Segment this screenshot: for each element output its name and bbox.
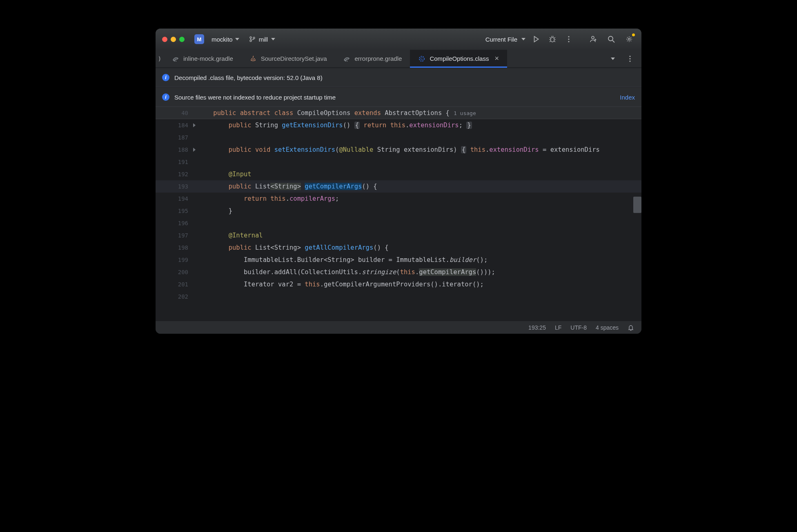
code-line[interactable]: 191 [156,156,641,168]
code-text: ImmutableList.Builder<String> builder = … [196,256,488,264]
line-separator[interactable]: LF [555,324,561,331]
code-with-me-button[interactable] [588,33,599,45]
minimize-window-button[interactable] [171,37,176,42]
indent-settings[interactable]: 4 spaces [596,324,619,331]
svg-point-4 [568,36,569,37]
run-button[interactable] [530,33,542,45]
titlebar: M mockito mill Current File [156,29,641,50]
code-line[interactable]: 198 public List<String> getAllCompilerAr… [156,242,641,254]
tab-label: SourceDirectorySet.java [261,55,327,62]
usages-inlay[interactable]: 1 usage [450,110,476,116]
code-text: public List<String> getCompilerArgs() { [196,183,377,190]
code-line[interactable]: 201 Iterator var2 = this.getCompilerArgu… [156,278,641,290]
search-button[interactable] [606,33,617,45]
chevron-down-icon [271,38,275,40]
svg-point-5 [568,38,569,40]
run-config-selector[interactable]: Current File [485,36,525,43]
code-text: builder.addAll(CollectionUtils.stringize… [196,268,495,276]
project-name-label: mockito [211,36,233,43]
close-window-button[interactable] [162,37,167,42]
line-number: 40 [156,110,196,116]
tool-window-stripe-button[interactable]: ) [156,50,164,67]
line-number: 188 [156,146,196,153]
code-line[interactable]: 199 ImmutableList.Builder<String> builde… [156,254,641,266]
line-number: 197 [156,232,196,239]
info-icon: i [162,74,169,81]
maximize-window-button[interactable] [179,37,185,42]
editor-tab[interactable]: inline-mock.gradle [164,50,241,67]
editor-scrollbar[interactable] [636,107,641,321]
svg-point-6 [568,41,569,42]
line-number: 202 [156,293,196,300]
code-line[interactable]: 187 [156,131,641,144]
fold-toggle-icon[interactable] [193,123,196,127]
svg-point-14 [629,60,630,62]
code-text: @Input [196,171,252,178]
code-line[interactable]: 192 @Input [156,168,641,180]
tab-label: errorprone.gradle [354,55,402,62]
svg-point-3 [551,38,554,42]
code-line[interactable]: 197 @Internal [156,229,641,242]
settings-button[interactable] [623,33,635,45]
status-bar: 193:25 LF UTF-8 4 spaces [156,321,641,334]
file-encoding[interactable]: UTF-8 [570,324,587,331]
notifications-icon[interactable] [628,324,634,331]
code-line[interactable]: 195 } [156,205,641,217]
tabs-more-button[interactable] [624,53,636,64]
project-badge[interactable]: M [194,34,204,44]
debug-button[interactable] [547,33,558,45]
project-selector[interactable]: mockito [211,36,239,43]
line-number: 184 [156,122,196,129]
svg-point-8 [608,36,613,41]
code-line[interactable]: 194 return this.compilerArgs; [156,193,641,205]
class-file-icon: C [418,55,425,62]
editor-tab[interactable]: SourceDirectorySet.java [241,50,335,67]
ide-window: M mockito mill Current File [156,29,641,334]
svg-point-7 [592,36,594,39]
editor-tab[interactable]: C CompileOptions.class × [410,50,507,67]
java-file-icon [249,55,257,62]
code-text: public List<String> getAllCompilerArgs()… [196,244,389,251]
code-line[interactable]: 202 [156,290,641,303]
editor-tab[interactable]: errorprone.gradle [335,50,410,67]
line-number: 201 [156,281,196,288]
code-text: @Internal [196,232,263,239]
line-number: 192 [156,171,196,177]
close-tab-icon[interactable]: × [494,54,499,63]
code-line[interactable]: 193 public List<String> getCompilerArgs(… [156,180,641,193]
gradle-file-icon [343,55,350,62]
line-number: 200 [156,269,196,275]
code-text: Iterator var2 = this.getCompilerArgument… [196,281,484,288]
line-number: 191 [156,159,196,165]
sticky-header-line[interactable]: 40 public abstract class CompileOptions … [156,107,641,119]
line-number: 195 [156,208,196,214]
line-number: 187 [156,134,196,141]
code-line[interactable]: 200 builder.addAll(CollectionUtils.strin… [156,266,641,278]
svg-text:C: C [421,57,423,61]
chevron-down-icon [235,38,239,40]
vcs-branch-selector[interactable]: mill [249,36,276,43]
line-number: 194 [156,195,196,202]
gradle-file-icon [172,55,179,62]
scroll-thumb[interactable] [633,197,641,213]
svg-point-2 [253,37,255,39]
decompiled-banner: i Decompiled .class file, bytecode versi… [156,68,641,87]
traffic-lights [162,37,185,42]
code-line[interactable]: 184 public String getExtensionDirs() { r… [156,119,641,131]
indexing-banner-text: Source files were not indexed to reduce … [174,94,336,101]
code-text: public String getExtensionDirs() { retur… [196,122,472,129]
svg-point-9 [628,38,630,40]
index-link[interactable]: Index [620,94,635,101]
chevron-down-icon [521,38,525,40]
recent-files-button[interactable] [607,53,619,64]
more-actions-button[interactable] [563,33,574,45]
svg-point-12 [629,55,630,57]
tab-label: CompileOptions.class [430,55,489,62]
line-number: 198 [156,244,196,251]
editor[interactable]: 40 public abstract class CompileOptions … [156,107,641,321]
decompiled-banner-text: Decompiled .class file, bytecode version… [174,74,323,81]
code-line[interactable]: 188 public void setExtensionDirs(@Nullab… [156,144,641,156]
fold-toggle-icon[interactable] [193,148,196,152]
caret-position[interactable]: 193:25 [528,324,546,331]
code-line[interactable]: 196 [156,217,641,229]
